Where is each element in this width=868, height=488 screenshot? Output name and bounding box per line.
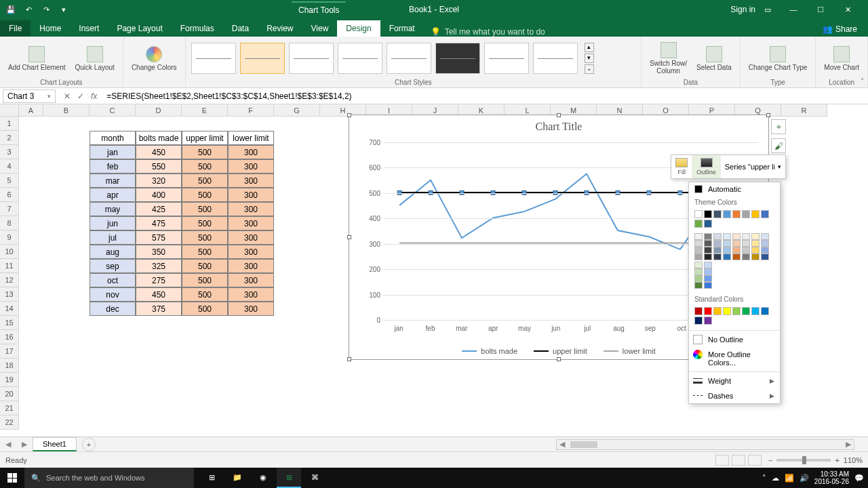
gallery-down-icon[interactable]: ▾ [585,54,594,63]
tab-file[interactable]: File [0,20,31,37]
color-swatch[interactable] [742,307,750,315]
legend-item[interactable]: bolts made [462,347,517,355]
color-swatch[interactable] [704,282,712,289]
chart-style-3[interactable] [289,43,334,74]
table-cell[interactable]: 500 [182,259,228,273]
row-header[interactable]: 20 [0,387,19,401]
color-swatch[interactable] [694,240,703,247]
network-icon[interactable]: 📶 [785,474,794,483]
color-swatch[interactable] [723,210,731,218]
row-header[interactable]: 14 [0,302,19,316]
table-cell[interactable]: 500 [182,174,228,188]
table-cell[interactable]: bolts made [136,131,182,145]
table-cell[interactable]: 425 [136,202,182,216]
table-cell[interactable]: sep [90,259,136,273]
no-outline-item[interactable]: No Outline [689,332,780,347]
table-cell[interactable]: apr [90,188,136,202]
table-cell[interactable]: 500 [182,273,228,287]
table-cell[interactable]: 500 [182,287,228,302]
chart-styles-gallery[interactable]: ▴ ▾ ⌄ [191,39,635,77]
color-swatch[interactable] [713,253,722,260]
sheet-tab-sheet1[interactable]: Sheet1 [33,437,77,451]
table-cell[interactable]: 300 [228,159,274,174]
color-swatch[interactable] [694,268,703,275]
row-header[interactable]: 7 [0,202,19,216]
color-swatch[interactable] [704,233,712,240]
color-swatch[interactable] [694,262,703,268]
column-header[interactable]: E [182,104,228,117]
row-header[interactable]: 4 [0,159,19,174]
table-cell[interactable]: 275 [136,273,182,287]
color-swatch[interactable] [723,233,731,240]
chart-style-6[interactable] [435,43,480,74]
table-cell[interactable]: 500 [182,302,228,316]
color-swatch[interactable] [732,253,741,260]
gallery-up-icon[interactable]: ▴ [585,43,594,52]
normal-view-button[interactable] [715,455,729,466]
zoom-slider[interactable] [776,459,831,462]
tab-review[interactable]: Review [258,20,302,37]
row-header[interactable]: 5 [0,174,19,188]
chart-style-8[interactable] [533,43,578,74]
color-swatch[interactable] [723,307,731,315]
color-swatch[interactable] [732,240,741,247]
color-swatch[interactable] [694,275,703,282]
table-cell[interactable]: 475 [136,216,182,230]
table-cell[interactable]: 300 [228,145,274,159]
color-swatch[interactable] [742,247,750,253]
row-header[interactable]: 15 [0,316,19,330]
outline-split-button[interactable]: Outline [692,155,721,178]
table-cell[interactable]: 320 [136,174,182,188]
quick-layout-button[interactable]: Quick Layout [73,45,117,73]
maximize-button[interactable]: ☐ [807,0,834,19]
color-swatch[interactable] [723,240,731,247]
column-header[interactable]: B [43,104,90,117]
outline-automatic[interactable]: Automatic [689,182,780,196]
table-cell[interactable]: 350 [136,245,182,259]
table-cell[interactable]: 500 [182,188,228,202]
table-cell[interactable]: jul [90,230,136,245]
name-box-dropdown-icon[interactable]: ▾ [47,93,51,100]
row-header[interactable]: 9 [0,230,19,245]
color-swatch[interactable] [732,210,741,218]
color-swatch[interactable] [751,240,760,247]
row-header[interactable]: 21 [0,401,19,415]
task-view-icon[interactable]: ⊞ [199,468,224,488]
color-swatch[interactable] [704,262,712,268]
tab-format[interactable]: Format [380,20,424,37]
color-swatch[interactable] [704,210,712,218]
color-swatch[interactable] [713,240,722,247]
taskbar-search[interactable]: 🔍 Search the web and Windows [24,468,194,488]
onedrive-icon[interactable]: ☁ [772,474,779,483]
chart-elements-button[interactable]: ＋ [771,119,786,134]
table-cell[interactable]: 300 [228,259,274,273]
color-swatch[interactable] [704,253,712,260]
color-swatch[interactable] [761,247,769,253]
row-header[interactable]: 3 [0,145,19,159]
legend-item[interactable]: upper limit [534,347,587,355]
chart-styles-button[interactable]: 🖌 [771,138,786,153]
table-cell[interactable]: aug [90,245,136,259]
chart-style-7[interactable] [484,43,529,74]
color-swatch[interactable] [742,240,750,247]
color-swatch[interactable] [751,233,760,240]
table-cell[interactable]: upper limit [182,131,228,145]
color-swatch[interactable] [694,247,703,253]
row-header[interactable]: 2 [0,131,19,145]
collapse-ribbon-icon[interactable]: ˄ [861,77,864,85]
table-cell[interactable]: 325 [136,259,182,273]
tab-insert[interactable]: Insert [70,20,108,37]
table-cell[interactable]: 500 [182,145,228,159]
table-cell[interactable]: 500 [182,202,228,216]
color-swatch[interactable] [704,240,712,247]
color-swatch[interactable] [694,233,703,240]
qat-more-icon[interactable]: ▾ [58,4,69,15]
color-swatch[interactable] [694,220,703,228]
chart-title[interactable]: Chart Title [349,121,768,133]
color-swatch[interactable] [704,268,712,275]
table-cell[interactable]: may [90,202,136,216]
color-swatch[interactable] [742,253,750,260]
row-header[interactable]: 11 [0,259,19,273]
table-cell[interactable]: 300 [228,174,274,188]
row-header[interactable]: 12 [0,273,19,287]
